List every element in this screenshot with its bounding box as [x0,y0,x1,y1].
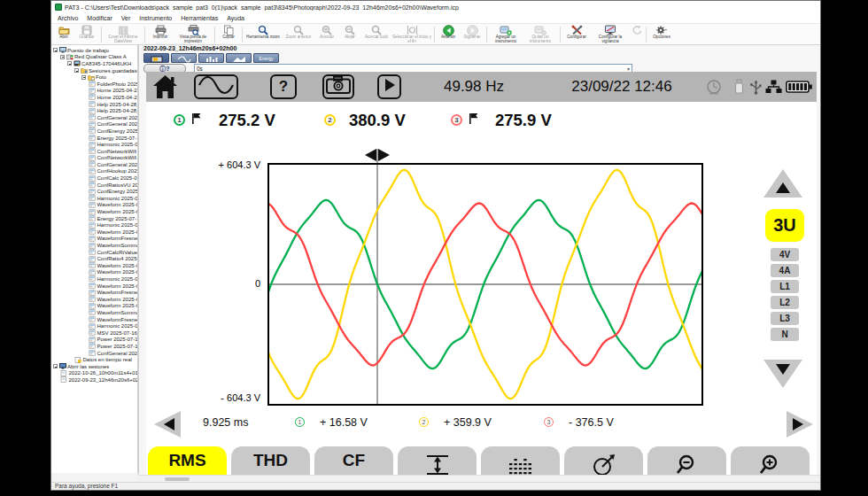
tree-item[interactable]: Waveform 2025-07-1 [51,269,137,276]
phasor-button[interactable] [564,446,643,475]
rms-button[interactable]: RMS [148,446,227,475]
toolbar-configure-tools-button[interactable]: Configurar [562,25,591,44]
tree-item[interactable]: Help 2025-04-28_12h [51,107,137,114]
tree-item[interactable]: ConfNetworkWifi 202 [51,155,137,162]
menu-herramientas[interactable]: Herramientas [176,15,222,21]
tree-item[interactable]: ConfGeneral 2025-07 [51,350,137,357]
scroll-down-button[interactable] [763,360,802,388]
horizontal-scrollbar[interactable] [138,475,821,482]
tree-item[interactable]: Waveform 2025-07-1 [51,303,137,310]
tree-item[interactable]: ConfCalcRtValues 20 [51,249,137,256]
tree-item[interactable]: Foto [51,74,137,81]
tree-item[interactable]: Sesiones guardadas [51,67,137,74]
tree-item[interactable]: Power 2025-07-16_08 [51,343,137,350]
minmax-button[interactable] [398,446,477,475]
tree-item[interactable]: Harmonic 2025-07-1 [51,221,137,229]
scrollbar-thumb[interactable] [165,477,190,481]
menu-archivo[interactable]: Archivo [53,15,82,21]
tree-item[interactable]: Puesto de trabajo [51,47,137,54]
harmonic-dots-button[interactable] [481,446,560,475]
toolbar-print-preview-button[interactable]: Vista previa de impresión [174,25,213,44]
tree-item[interactable]: Datos en tiempo real [51,356,137,363]
help-button[interactable]: ? [270,74,297,99]
tree-item[interactable]: ConfEnergy 2025-07- [51,188,137,195]
tab-harmonics[interactable] [198,53,224,63]
menu-ayuda[interactable]: Ayuda [222,15,249,21]
tree-item[interactable]: ConfCalc 2025-07-16 [51,174,137,182]
tree-item[interactable]: Help 2025-04-28_12h [51,101,137,108]
tab-photo[interactable] [143,53,169,63]
tree-item[interactable]: Red Qualistar Class A [51,54,137,61]
tree-item[interactable]: ConfHookup 2025-07 [51,168,137,175]
tree-item[interactable]: ConfGeneral 2025-07 [51,114,137,121]
tree-item[interactable]: Waveform 2025-07-1 [51,229,137,236]
tree-expander-icon[interactable] [81,75,86,80]
tree-item[interactable]: ConfGeneral 2025-07 [51,121,137,128]
tree-item[interactable]: 2022-09-23_12h46m20s6+02h00 [51,376,137,384]
tree-item[interactable]: Home 2025-04-22_16 [51,94,137,101]
tree-item[interactable]: WaveformSummary 2 [51,309,137,316]
play-button[interactable] [377,74,401,99]
tree-item[interactable]: Energy 2025-07-16_0 [51,135,137,142]
tree-item[interactable]: Waveform 2025-07-1 [51,208,137,215]
tree-expander-icon[interactable] [67,61,72,66]
tree-item[interactable]: MSV 2025-07-16_08h [51,329,137,337]
mode-l1-button[interactable]: L1 [771,280,799,293]
tree-item[interactable]: WaveformFresnel 202 [51,289,137,296]
screenshot-button[interactable] [322,74,354,99]
tree-item[interactable]: Harmonic 2025-07-1 [51,275,137,283]
tree-item[interactable]: ConfNetworkWifi 202 [51,148,137,155]
tree-item[interactable]: 2022-10-26_10h00m11s4+01h00 [51,370,137,377]
cf-button[interactable]: CF [314,446,393,475]
tab-waveform[interactable] [171,53,197,63]
tree-expander-icon[interactable] [53,48,58,52]
tree-item[interactable]: CA8345-170446UKH [51,60,137,67]
tree-item[interactable]: WaveformFresnel 202 [51,316,137,323]
mode-l3-button[interactable]: L3 [771,312,799,325]
mode-4a-button[interactable]: 4A [771,264,799,277]
tab-trend[interactable] [226,53,252,63]
session-tree[interactable]: Puesto de trabajoRed Qualistar Class ACA… [51,45,138,473]
zoom-in-mag-button[interactable] [731,446,810,475]
tree-item[interactable]: Waveform 2025-07-1 [51,296,137,303]
tree-item[interactable]: Energy 2025-07-16_0 [51,215,137,222]
scroll-up-button[interactable] [763,169,802,198]
toolbar-add-instrument-button[interactable]: Agregar un instrumento [489,25,523,44]
tree-expander-icon[interactable] [74,68,79,73]
menu-instrumento[interactable]: Instrumento [135,15,176,21]
tree-item[interactable]: FolderPhoto 2025-04- [51,81,137,88]
toolbar-copy-button[interactable]: Copiar [217,25,240,44]
tree-item[interactable]: ConfRatiosVU 2025-0 [51,182,137,189]
toolbar-previous-circle-button[interactable]: Anterior [437,25,460,44]
tree-item[interactable]: Waveform 2025-07-1 [51,202,137,209]
title-bar[interactable]: PAT3 - C:\Users\Test\Downloads\pack_samp… [51,1,820,13]
tree-expander-icon[interactable] [53,364,58,368]
waveform-mode-button[interactable] [194,74,238,99]
home-icon[interactable] [152,74,178,103]
tree-item[interactable]: ConfEnergy 2025-07- [51,128,137,135]
tab-energy[interactable]: Energy [253,53,279,63]
zoom-out-mag-button[interactable] [647,446,726,475]
mode-l2-button[interactable]: L2 [771,296,799,309]
tree-item[interactable]: Home 2025-04-22_16 [51,88,137,95]
thd-button[interactable]: THD [231,446,310,475]
tree-item[interactable]: WaveformFresnel 202 [51,236,137,243]
mode-n-button[interactable]: N [771,328,799,341]
toolbar-open-folder-button[interactable]: Abrir [53,25,74,44]
mode-3u-button[interactable]: 3U [765,209,804,242]
tree-item[interactable]: Harmonic 2025-07-1 [51,322,137,329]
menu-modificar[interactable]: Modificar [82,15,116,21]
toolbar-printer-button[interactable]: Imprimir [147,25,174,44]
tree-item[interactable]: ConfRatio4 2025-07- [51,255,137,262]
cursor-right-button[interactable] [787,411,813,438]
cursor-left-button[interactable] [154,411,181,438]
tree-item[interactable]: Harmonic 2025-07-1 [51,141,137,148]
tree-item[interactable]: Power 2025-07-16_08 [51,337,137,344]
tree-item[interactable]: Waveform 2025-07-1 [51,283,137,290]
toolbar-zoom-tool-button[interactable]: Herramienta zoom [244,25,282,44]
tree-item[interactable]: Harmonic 2025-07-1 [51,195,137,202]
waveform-chart[interactable] [267,147,703,407]
toolbar-options-gear-button[interactable]: Opciones [648,25,675,44]
tree-item[interactable]: Abrir las sesiones [51,363,137,370]
menu-ver[interactable]: Ver [117,15,136,21]
